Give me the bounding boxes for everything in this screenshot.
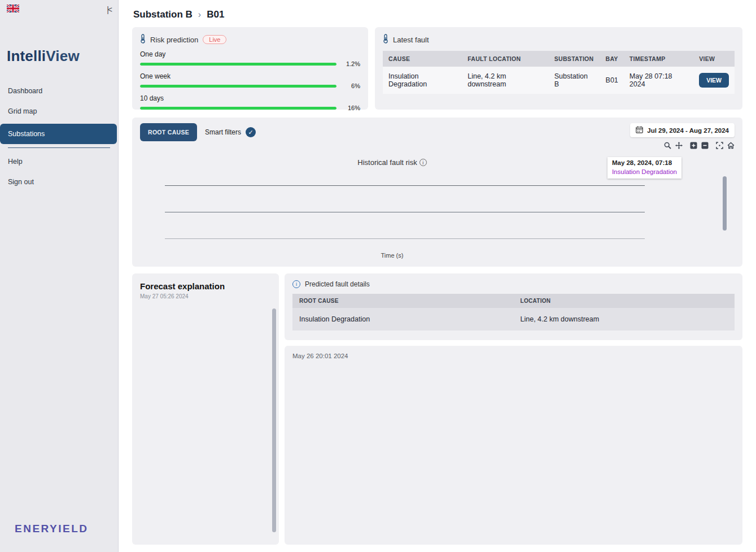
chevron-right-icon: ›: [198, 10, 201, 20]
eneryield-logo: ENERYIELD: [15, 523, 89, 535]
risk-bars: [166, 185, 645, 238]
col-bay: BAY: [600, 51, 624, 67]
cell-cause: Insulation Degradation: [383, 67, 462, 94]
thermometer-icon: [140, 34, 146, 45]
zoom-in-icon[interactable]: [690, 142, 697, 149]
reset-axes-home-icon[interactable]: [727, 142, 735, 149]
risk-one-week-progress: [140, 85, 337, 88]
risk-one-day-progress: [140, 63, 337, 66]
main-content: Substation B › B01 Risk prediction Live …: [119, 0, 756, 552]
chart-modebar: [664, 142, 735, 149]
date-range-label: Jul 29, 2024 - Aug 27, 2024: [647, 127, 729, 134]
thermometer-icon: [383, 34, 388, 45]
chart-legend: [644, 179, 718, 233]
chart-tooltip: May 28, 2024, 07:18 Insulation Degradati…: [608, 157, 681, 179]
zoom-out-icon[interactable]: [701, 142, 709, 149]
forecast-subtitle: May 27 05:26 2024: [140, 293, 271, 299]
breadcrumb-parent[interactable]: Substation B: [133, 9, 193, 20]
risk-prediction-card: Risk prediction Live One day 1.2% One we…: [132, 27, 368, 110]
col-root-cause: ROOT CAUSE: [292, 294, 514, 308]
risk-ten-days-progress: [140, 107, 337, 110]
risk-one-day-value: 1.2%: [341, 60, 360, 67]
smart-filters-label: Smart filters: [205, 128, 241, 136]
historical-fault-risk-card: ROOT CAUSE Smart filters ✓ Jul 29, 2024 …: [132, 118, 742, 267]
app-title: IntelliView: [0, 15, 118, 65]
cell-location: Line, 4.2 km downstream: [514, 308, 735, 331]
language-flag-icon[interactable]: [7, 5, 19, 15]
risk-one-week-value: 6%: [341, 82, 360, 89]
historical-chart-title: Historical fault riski: [132, 158, 652, 167]
sidebar-item-substations[interactable]: Substations: [0, 124, 117, 144]
sidebar-nav: Dashboard Grid map Substations Help Sign…: [0, 81, 118, 192]
date-range-picker[interactable]: Jul 29, 2024 - Aug 27, 2024: [630, 123, 735, 137]
risk-card-title: Risk prediction: [150, 36, 198, 44]
col-cause: CAUSE: [383, 51, 462, 67]
latest-fault-table: CAUSE FAULT LOCATION SUBSTATION BAY TIME…: [383, 51, 735, 94]
waveform-date: May 26 20:01 2024: [292, 353, 348, 359]
table-row: Insulation Degradation Line, 4.2 km down…: [292, 308, 735, 331]
forecast-title: Forecast explanation: [140, 281, 271, 291]
sidebar: |< IntelliView Dashboard Grid map Substa…: [0, 0, 119, 552]
col-fault-location: FAULT LOCATION: [462, 51, 549, 67]
history-x-axis-label: Time (s): [132, 252, 652, 259]
autoscale-icon[interactable]: [716, 142, 723, 149]
predicted-fault-table: ROOT CAUSE LOCATION Insulation Degradati…: [292, 294, 735, 331]
breadcrumb: Substation B › B01: [132, 7, 742, 27]
risk-ten-days-value: 16%: [341, 105, 360, 111]
legend-scrollbar[interactable]: [723, 176, 727, 231]
table-row: Insulation Degradation Line, 4.2 km down…: [383, 67, 735, 94]
info-icon: i: [292, 280, 300, 288]
event-marker-band: [165, 174, 645, 185]
cell-timestamp: May 28 07:18 2024: [624, 67, 693, 94]
col-substation: SUBSTATION: [549, 51, 600, 67]
info-icon[interactable]: i: [419, 159, 427, 166]
sidebar-divider: [8, 147, 110, 148]
col-timestamp: TIMESTAMP: [624, 51, 693, 67]
view-fault-button[interactable]: VIEW: [699, 73, 729, 88]
sidebar-item-help[interactable]: Help: [0, 151, 118, 172]
risk-one-day-label: One day: [140, 50, 360, 58]
sidebar-item-grid-map[interactable]: Grid map: [0, 101, 118, 121]
sidebar-item-sign-out[interactable]: Sign out: [0, 172, 118, 192]
latest-fault-title: Latest fault: [393, 36, 429, 44]
breadcrumb-current: B01: [207, 9, 224, 20]
col-view: VIEW: [693, 51, 735, 67]
historical-chart-plot: [165, 174, 645, 247]
latest-fault-card: Latest fault CAUSE FAULT LOCATION SUBSTA…: [375, 27, 742, 110]
collapse-sidebar-icon[interactable]: |<: [107, 5, 111, 14]
cell-location: Line, 4.2 km downstream: [462, 67, 549, 94]
calendar-icon: [636, 126, 643, 134]
risk-one-week-label: One week: [140, 72, 360, 80]
predicted-fault-details-card: i Predicted fault details ROOT CAUSE LOC…: [285, 273, 742, 340]
risk-ten-days-label: 10 days: [140, 94, 360, 102]
root-cause-button[interactable]: ROOT CAUSE: [140, 123, 197, 141]
waveform-card: May 26 20:01 2024: [285, 346, 742, 545]
cell-substation: Substation B: [549, 67, 600, 94]
zoom-icon[interactable]: [664, 142, 671, 149]
forecast-scrollbar[interactable]: [272, 308, 276, 532]
col-location: LOCATION: [514, 294, 735, 308]
sidebar-item-dashboard[interactable]: Dashboard: [0, 81, 118, 101]
cell-bay: B01: [600, 67, 624, 94]
pan-icon[interactable]: [675, 142, 683, 149]
live-badge: Live: [203, 35, 226, 44]
cell-root-cause: Insulation Degradation: [292, 308, 514, 331]
smart-filters-checkbox[interactable]: ✓: [246, 127, 256, 137]
predicted-title: Predicted fault details: [305, 280, 370, 288]
forecast-explanation-card: Forecast explanation May 27 05:26 2024: [132, 273, 279, 545]
